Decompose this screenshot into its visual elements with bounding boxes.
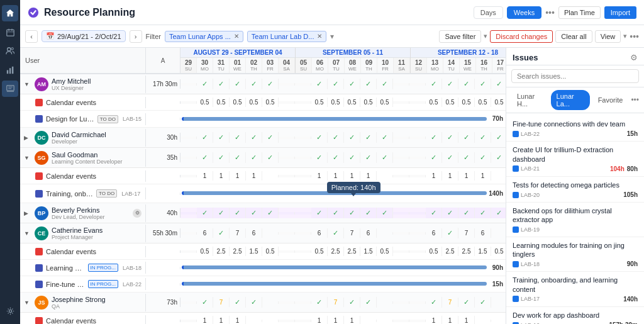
day-cell: 7	[344, 228, 360, 238]
day-cell: ✓	[230, 152, 246, 163]
chevron-saul[interactable]: ▼	[24, 155, 31, 161]
discard-changes-button[interactable]: Discard changes	[490, 30, 553, 43]
clear-all-button[interactable]: Clear all	[555, 30, 592, 43]
day-cell: 6	[475, 228, 491, 238]
day-cell: ✓	[230, 297, 246, 308]
issue-id-lab21: LAB-21	[521, 165, 540, 172]
issue-item-lab21[interactable]: Create UI for trillium-D extraction dash…	[506, 142, 644, 177]
topbar-dots[interactable]: •••	[545, 8, 555, 18]
day-cell: ✓	[197, 297, 213, 308]
issue-dot-lab20	[513, 192, 519, 198]
day-cell: ✓	[344, 297, 360, 308]
issues-search-input[interactable]	[511, 69, 639, 83]
chevron-david[interactable]: ▶	[24, 135, 31, 141]
day-cell: 2.5	[344, 247, 360, 256]
sidebar-icon-settings[interactable]	[2, 303, 18, 319]
issue-meta-lab20: LAB-20 105h	[513, 191, 638, 198]
sidebar-icon-home[interactable]	[2, 5, 18, 21]
weeks-tab[interactable]: Weeks	[507, 6, 541, 19]
day-cell	[377, 175, 393, 177]
alloc-beverly: 40h	[146, 208, 180, 218]
month-group-3: SEPTEMBER 12 - 18 12SU 13MO 14TU 15WE 16…	[411, 48, 506, 73]
day-cell	[180, 137, 197, 139]
chevron-beverly[interactable]: ▶	[24, 210, 31, 216]
task-row-catherine-finetune: Fine-tune connections with ... IN PROG..…	[20, 276, 506, 293]
issue-item-lab17[interactable]: Training, onboarding, and learning conte…	[506, 272, 644, 307]
issue-item-lab19[interactable]: Backend ops for dilithium crystal extrac…	[506, 203, 644, 237]
day-cell	[295, 83, 311, 86]
day-cell: ✓	[246, 208, 262, 218]
issue-hours-lab18: 90h	[627, 260, 638, 267]
day-cols-2: 05SU 06MO 07TU 08WE 09TH 10FR 11SA	[296, 58, 410, 73]
svg-point-13	[9, 310, 11, 312]
save-filter-button[interactable]: Save filter	[439, 30, 481, 43]
day-cell: ✓	[377, 132, 393, 143]
prev-period-button[interactable]: ‹	[25, 30, 38, 43]
filterbar-dots[interactable]: •••	[630, 31, 639, 42]
day-cell: ✓	[262, 79, 279, 89]
task-name-saul-calendar: Calendar events	[46, 172, 142, 180]
issue-hours-lab21: 80h	[627, 165, 638, 172]
filter-dropdown-icon[interactable]: ▾	[330, 32, 334, 41]
issue-item-lab18[interactable]: Learning modules for training on jing ti…	[506, 237, 644, 272]
day-cell	[279, 157, 295, 159]
sidebar-icon-chart[interactable]	[2, 62, 18, 78]
sidebar-icon-calendar[interactable]	[2, 24, 18, 40]
day-cell	[180, 250, 197, 253]
page-title: Resource Planning	[44, 7, 135, 18]
task-name-catherine-learning: Learning modules for train...	[46, 264, 85, 272]
day-cell: ✓	[426, 152, 442, 163]
days-tab[interactable]: Days	[474, 6, 503, 19]
day-cell	[377, 301, 393, 304]
sidebar-icon-resource[interactable]	[2, 81, 18, 97]
day-cell	[180, 101, 197, 104]
filter-tag-2[interactable]: Team Lunar Lab D... ✕	[247, 31, 327, 42]
user-info-josephine: ▼ JS Josephine Strong QA	[20, 294, 146, 311]
day-cell: 0.5	[213, 98, 230, 107]
issues-tab-lunar-h[interactable]: Lunar H...	[511, 90, 548, 110]
day-cell	[262, 301, 279, 304]
day-cell: 0.5	[377, 98, 393, 107]
task-bar-amy-design	[182, 117, 487, 121]
day-col: 15WE	[460, 58, 476, 73]
month-group-2: SEPTEMBER 05 - 11 05SU 06MO 07TU 08WE 09…	[296, 48, 411, 73]
plan-time-button[interactable]: Plan Time	[558, 6, 601, 19]
date-range-picker[interactable]: 📅 29/Aug/21 - 2/Oct/21	[42, 30, 126, 42]
next-period-button[interactable]: ›	[130, 30, 142, 43]
issue-item-lab22[interactable]: Fine-tune connections with dev team LAB-…	[506, 116, 644, 142]
issue-item-lab20[interactable]: Tests for detecting omega particles LAB-…	[506, 177, 644, 203]
issue-dot-lab18	[513, 261, 519, 267]
filter-tag-close-2[interactable]: ✕	[317, 33, 322, 40]
chevron-amy[interactable]: ▼	[24, 81, 31, 87]
user-name-saul: Saul Goodman	[52, 151, 123, 159]
svg-rect-7	[9, 68, 10, 74]
day-cell: 0.5	[311, 98, 328, 107]
day-cell	[377, 232, 393, 235]
day-cell: 0.5	[197, 98, 213, 107]
user-col-header: User	[20, 48, 146, 73]
day-cell: 0.5	[197, 247, 213, 256]
issues-gear-icon[interactable]: ⚙	[630, 53, 638, 62]
beverly-settings-icon[interactable]: ⚙	[133, 209, 142, 218]
day-col: 31TU	[213, 58, 230, 73]
user-row-david: ▶ DC David Carmichael Developer 30h ✓ ✓	[20, 128, 506, 148]
user-details-catherine: Catherine Evans Project Manager	[52, 226, 103, 240]
view-button[interactable]: View	[595, 30, 621, 43]
day-cell	[279, 320, 295, 322]
issues-tab-dots[interactable]: •••	[631, 96, 639, 104]
issue-item-lab16[interactable]: Dev work for app dashboard LAB-16 157h 3…	[506, 307, 644, 324]
chevron-josephine[interactable]: ▼	[24, 299, 31, 306]
day-cell: 2.5	[458, 247, 475, 256]
day-cell: 7	[328, 298, 344, 307]
task-icon-design	[35, 115, 43, 123]
filter-tag-close-1[interactable]: ✕	[234, 33, 239, 40]
sidebar-icon-team[interactable]	[2, 43, 18, 59]
import-button[interactable]: Import	[604, 6, 636, 19]
task-row-saul-calendar: Calendar events 1 1 1 1 1	[20, 168, 506, 184]
filter-tag-1[interactable]: Team Lunar Apps ... ✕	[165, 31, 243, 42]
day-cell: ✓	[328, 208, 344, 218]
issues-tab-lunar-la[interactable]: Lunar La...	[551, 90, 590, 110]
issues-tab-favorite[interactable]: Favorite	[592, 94, 629, 106]
chevron-catherine[interactable]: ▼	[24, 230, 31, 237]
user-details-saul: Saul Goodman Learning Content Developer	[52, 151, 123, 165]
